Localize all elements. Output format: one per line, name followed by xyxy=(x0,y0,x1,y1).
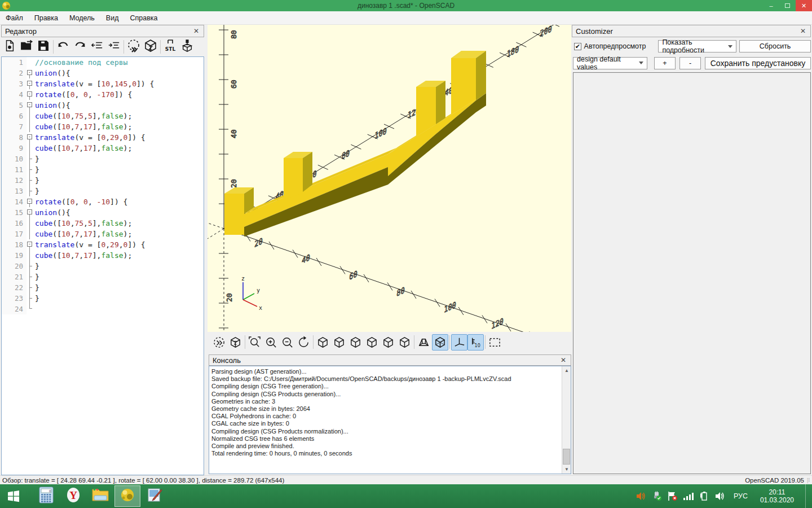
reset-button[interactable]: Сбросить xyxy=(739,40,811,52)
fold-marker[interactable]: - xyxy=(27,239,35,250)
open-file-button[interactable] xyxy=(18,38,35,55)
save-preset-button[interactable]: Сохранить предустановку xyxy=(705,57,811,69)
fold-marker[interactable] xyxy=(27,154,35,164)
zoom-frame-button[interactable] xyxy=(246,334,263,351)
taskbar-app-paint[interactable] xyxy=(142,485,167,507)
remove-preset-button[interactable]: - xyxy=(679,57,701,69)
code-line[interactable]: 6cube([10,75,5],false); xyxy=(2,111,204,121)
save-file-button[interactable] xyxy=(35,38,52,55)
maximize-button[interactable] xyxy=(779,0,796,11)
print-model-button[interactable] xyxy=(179,38,196,55)
code-line[interactable]: 3-translate(v = [10,145,0]) { xyxy=(2,78,204,89)
start-button[interactable] xyxy=(0,484,27,508)
fold-marker[interactable] xyxy=(27,271,35,282)
fold-marker[interactable]: - xyxy=(27,78,35,89)
code-line[interactable]: 5-union(){ xyxy=(2,100,204,111)
code-line[interactable]: 2-union(){ xyxy=(2,68,204,78)
code-line[interactable]: 10} xyxy=(2,154,204,164)
clock[interactable]: 20:11 01.03.2020 xyxy=(756,488,798,504)
show-axes-button[interactable] xyxy=(451,334,467,351)
taskbar-app-calculator[interactable]: 0 xyxy=(33,485,59,507)
code-line[interactable]: 9cube([10,7,17],false); xyxy=(2,143,204,154)
render-button[interactable] xyxy=(227,334,244,351)
export-stl-button[interactable]: STL xyxy=(162,38,179,55)
speaker-icon[interactable] xyxy=(714,491,726,502)
code-line[interactable]: 14-rotate([0, 0, -10]) { xyxy=(2,196,204,207)
code-line[interactable]: 18-translate(v = [0,29,0]) { xyxy=(2,239,204,250)
fold-marker[interactable] xyxy=(27,143,35,154)
fold-marker[interactable]: - xyxy=(27,89,35,100)
taskbar-app-openscad[interactable] xyxy=(114,485,140,507)
volume-mixer-icon[interactable] xyxy=(636,491,647,502)
code-line[interactable]: 8-translate(v = [0,29,0]) { xyxy=(2,132,204,143)
zoom-out-button[interactable] xyxy=(279,334,295,351)
reset-view-button[interactable] xyxy=(295,334,312,351)
language-indicator[interactable]: РУС xyxy=(730,492,751,500)
fold-marker[interactable] xyxy=(27,293,35,304)
console-scrollbar[interactable]: ▲ ▼ xyxy=(562,366,571,474)
code-line[interactable]: 4-rotate([0, 0, -170]) { xyxy=(2,89,204,100)
scroll-down-icon[interactable]: ▼ xyxy=(562,465,571,474)
render-button[interactable] xyxy=(142,38,159,55)
resize-grip[interactable]: ⡿ xyxy=(806,478,811,483)
editor-close-icon[interactable]: ✕ xyxy=(192,27,200,35)
fold-marker[interactable]: - xyxy=(27,68,35,78)
taskbar-app-yandex-browser[interactable]: Y xyxy=(60,485,86,507)
view-left-button[interactable] xyxy=(364,334,380,351)
fold-marker[interactable]: - xyxy=(27,207,35,218)
code-line[interactable]: 1//основание под сервы xyxy=(2,57,204,68)
console-log[interactable]: Parsing design (AST generation)...Saved … xyxy=(209,366,571,474)
code-line[interactable]: 7cube([10,7,17],false); xyxy=(2,121,204,132)
menu-item-1[interactable]: Правка xyxy=(29,12,64,24)
fold-marker[interactable] xyxy=(27,250,35,261)
code-line[interactable]: 19cube([10,7,17],false); xyxy=(2,250,204,261)
action-center-flag-icon[interactable] xyxy=(667,491,678,502)
code-line[interactable]: 21} xyxy=(2,271,204,282)
fold-marker[interactable] xyxy=(27,164,35,175)
fold-marker[interactable] xyxy=(27,218,35,229)
view-perspective-button[interactable] xyxy=(416,334,432,351)
preset-dropdown[interactable]: design default values xyxy=(573,57,647,69)
console-close-icon[interactable]: ✕ xyxy=(559,356,567,364)
undo-button[interactable] xyxy=(55,38,72,55)
battery-icon[interactable] xyxy=(699,491,710,502)
redo-button[interactable] xyxy=(72,38,89,55)
customizer-close-icon[interactable]: ✕ xyxy=(799,27,807,35)
code-editor[interactable]: 1//основание под сервы2-union(){3-transl… xyxy=(1,56,204,475)
unindent-button[interactable] xyxy=(89,38,105,55)
minimize-button[interactable]: – xyxy=(763,0,779,11)
show-scale-button[interactable]: 10 xyxy=(467,334,484,351)
code-line[interactable]: 13} xyxy=(2,186,204,196)
fold-marker[interactable] xyxy=(27,229,35,239)
scrollbar-thumb[interactable] xyxy=(563,449,570,465)
indent-button[interactable] xyxy=(105,38,122,55)
fold-marker[interactable] xyxy=(27,57,35,68)
show-desktop-button[interactable] xyxy=(805,484,809,508)
preview-button[interactable] xyxy=(125,38,142,55)
fold-marker[interactable]: - xyxy=(27,132,35,143)
view-top-button[interactable] xyxy=(331,334,347,351)
network-signal-icon[interactable] xyxy=(683,491,694,502)
view-all-button[interactable] xyxy=(487,334,503,351)
code-line[interactable]: 12} xyxy=(2,175,204,186)
code-line[interactable]: 23} xyxy=(2,293,204,304)
3d-viewport[interactable]: 2040608020204060801001201401601802002040… xyxy=(208,25,571,332)
fold-marker[interactable] xyxy=(27,111,35,121)
autopreview-checkbox[interactable]: ✔ xyxy=(574,43,581,50)
view-back-button[interactable] xyxy=(396,334,413,351)
new-file-button[interactable] xyxy=(1,38,18,55)
menu-item-0[interactable]: Файл xyxy=(0,12,29,24)
menu-item-4[interactable]: Справка xyxy=(124,12,163,24)
view-bottom-button[interactable] xyxy=(347,334,364,351)
preview-button[interactable] xyxy=(211,334,227,351)
code-line[interactable]: 22} xyxy=(2,282,204,293)
fold-marker[interactable] xyxy=(27,282,35,293)
fold-marker[interactable]: - xyxy=(27,196,35,207)
add-preset-button[interactable]: + xyxy=(654,57,676,69)
menu-item-3[interactable]: Вид xyxy=(100,12,125,24)
code-line[interactable]: 16cube([10,75,5],false); xyxy=(2,218,204,229)
menu-item-2[interactable]: Модель xyxy=(64,12,100,24)
usb-safely-remove-icon[interactable] xyxy=(651,491,663,502)
fold-marker[interactable] xyxy=(27,121,35,132)
fold-marker[interactable] xyxy=(27,186,35,196)
